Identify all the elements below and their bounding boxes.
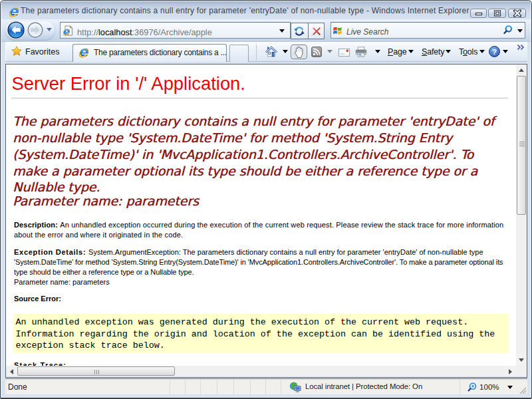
live-search-flag-icon <box>332 25 342 35</box>
tab-title[interactable]: The parameters dictionary contains a ... <box>94 48 227 57</box>
page-menu[interactable]: Page <box>388 47 406 57</box>
error-parameter: Parameter name: parameters <box>13 193 199 209</box>
page-label-post: age <box>393 47 406 57</box>
window-title: The parameters dictionary contains a nul… <box>21 6 469 15</box>
error-message: The parameters dictionary contains a nul… <box>13 113 516 196</box>
url-path: :36976/Archive/apple <box>132 27 212 37</box>
source-error-heading: Source Error: <box>14 295 61 303</box>
scroll-left-icon <box>10 369 13 374</box>
stop-icon <box>311 26 322 37</box>
exception-details-line3: type should be either a reference type o… <box>14 267 516 277</box>
refresh-icon <box>293 25 305 37</box>
url-domain: localhost <box>98 27 132 37</box>
scroll-right-icon <box>509 369 512 374</box>
favorites-star-icon <box>11 46 22 57</box>
close-icon <box>513 9 521 17</box>
thumb-grip <box>519 142 525 142</box>
page-menu-dropdown[interactable] <box>408 50 414 53</box>
print-dropdown[interactable] <box>375 50 380 53</box>
exception-details-paragraph: Exception Details: System.ArgumentExcept… <box>14 247 516 287</box>
search-options-dropdown[interactable] <box>517 29 523 33</box>
source-error-text: An unhandled exception was generated dur… <box>16 317 495 352</box>
description-label: Description: <box>14 221 60 229</box>
status-separator <box>281 380 281 395</box>
horizontal-scroll-thumb[interactable] <box>17 366 175 376</box>
source-error-box: An unhandled exception was generated dur… <box>13 314 509 353</box>
status-bar: Done Local intranet | Protected Mode: On… <box>5 378 527 394</box>
status-separator <box>185 380 186 395</box>
tools-label-post: ols <box>467 47 477 57</box>
url-scheme: http:// <box>77 27 98 37</box>
error-page: Server Error in '/' Application. The par… <box>6 65 516 366</box>
svg-text:?: ? <box>492 48 497 56</box>
search-placeholder[interactable]: Live Search <box>346 27 388 37</box>
exception-details-line4: Parameter name: parameters <box>14 277 516 287</box>
tab-ie-icon <box>78 47 89 58</box>
safety-menu-dropdown[interactable] <box>446 50 451 53</box>
help-icon[interactable]: ? <box>489 46 500 57</box>
minimize-icon <box>474 10 483 16</box>
status-separator <box>265 380 266 395</box>
safety-label-post: afety <box>427 47 444 57</box>
zoom-dropdown[interactable] <box>507 386 513 389</box>
address-dropdown[interactable] <box>279 29 285 33</box>
stop-button[interactable] <box>308 23 325 39</box>
scroll-up-icon <box>519 68 524 72</box>
scroll-right-button[interactable] <box>504 366 516 377</box>
refresh-button[interactable] <box>291 23 308 39</box>
ie-logo-icon <box>9 7 19 17</box>
url-text[interactable]: http://localhost:36976/Archive/apple <box>77 27 212 37</box>
home-dropdown[interactable] <box>283 50 288 53</box>
thumb-grip <box>94 370 95 374</box>
scroll-down-icon <box>519 358 524 362</box>
page-title: Server Error in '/' Application. <box>12 74 245 92</box>
tools-menu-dropdown[interactable] <box>479 50 485 53</box>
browser-window: The parameters dictionary contains a nul… <box>0 0 532 399</box>
scroll-left-button[interactable] <box>6 366 17 377</box>
safety-label-accel: S <box>422 47 427 57</box>
safety-menu[interactable]: Safety <box>422 47 444 57</box>
print-icon[interactable] <box>355 47 367 57</box>
zoom-icon[interactable] <box>467 382 477 392</box>
stack-trace-label: Stack Trace: <box>14 360 515 366</box>
description-text: An unhandled exception occurred during t… <box>14 221 503 239</box>
exception-details-line1: System.ArgumentException: The parameters… <box>88 248 483 256</box>
exception-details-line2: 'System.DateTime' for method 'System.Str… <box>14 257 516 267</box>
search-magnifier-icon[interactable] <box>502 25 513 35</box>
minimize-button[interactable] <box>470 9 487 18</box>
status-separator <box>200 380 201 395</box>
vertical-scrollbar[interactable] <box>516 65 527 366</box>
horizontal-scrollbar[interactable] <box>6 366 516 377</box>
forward-button[interactable] <box>27 22 43 38</box>
maximize-button[interactable] <box>488 9 506 18</box>
status-separator <box>233 380 234 395</box>
help-dropdown[interactable] <box>503 50 508 53</box>
hand-icon <box>293 46 305 58</box>
close-button[interactable] <box>508 9 526 18</box>
status-separator <box>460 380 460 395</box>
feeds-dropdown[interactable] <box>327 50 332 53</box>
status-separator <box>217 380 217 395</box>
zoom-level-text[interactable]: 100% <box>479 382 499 391</box>
scroll-down-button[interactable] <box>516 354 527 366</box>
read-mail-icon[interactable] <box>338 49 350 57</box>
tools-menu[interactable]: Tools <box>459 47 477 57</box>
local-intranet-icon <box>289 382 301 393</box>
command-bar-grip <box>256 45 257 60</box>
toolbar-overflow-chevron-icon[interactable] <box>517 44 525 51</box>
scroll-up-button[interactable] <box>516 65 527 76</box>
status-text: Done <box>8 382 27 392</box>
favorites-button[interactable]: Favorites <box>25 47 59 57</box>
feeds-icon[interactable] <box>311 47 322 57</box>
recent-pages-dropdown[interactable] <box>47 28 52 31</box>
vertical-scroll-thumb[interactable] <box>517 76 526 215</box>
status-separator <box>170 380 170 395</box>
home-icon[interactable] <box>265 46 277 57</box>
back-button[interactable] <box>7 21 25 39</box>
exception-details-label: Exception Details: <box>14 248 88 256</box>
security-zone-text: Local intranet | Protected Mode: On <box>305 382 422 390</box>
resize-grip-icon[interactable] <box>519 386 527 395</box>
title-bar[interactable]: The parameters dictionary contains a nul… <box>1 1 532 19</box>
status-separator <box>250 380 251 395</box>
new-tab-button[interactable] <box>229 45 249 62</box>
